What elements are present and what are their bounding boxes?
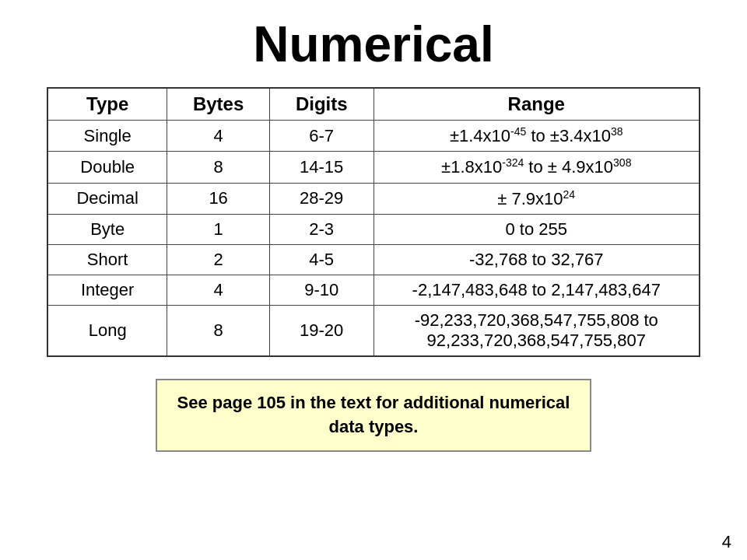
cell-type: Integer: [47, 275, 167, 305]
numerical-table: Type Bytes Digits Range Single46-7±1.4x1…: [47, 87, 700, 357]
cell-range: ±1.4x10-45 to ±3.4x1038: [374, 121, 700, 152]
cell-type: Long: [47, 305, 167, 356]
page-title: Numerical: [0, 0, 747, 87]
cell-bytes: 8: [167, 152, 270, 183]
cell-bytes: 8: [167, 305, 270, 356]
cell-digits: 2-3: [269, 214, 374, 244]
cell-bytes: 4: [167, 121, 270, 152]
cell-digits: 28-29: [269, 183, 374, 214]
cell-type: Double: [47, 152, 167, 183]
table-row: Single46-7±1.4x10-45 to ±3.4x1038: [47, 121, 700, 152]
page-number: 4: [722, 532, 731, 552]
table-row: Decimal1628-29± 7.9x1024: [47, 183, 700, 214]
cell-range: -32,768 to 32,767: [374, 244, 700, 275]
note-text: See page 105 in the text for additional …: [173, 391, 574, 439]
cell-bytes: 1: [167, 214, 270, 244]
table-row: Integer49-10-2,147,483,648 to 2,147,483,…: [47, 275, 700, 305]
note-box: See page 105 in the text for additional …: [156, 379, 591, 452]
cell-digits: 14-15: [269, 152, 374, 183]
table-row: Double814-15±1.8x10-324 to ± 4.9x10308: [47, 152, 700, 183]
table-row: Long819-20-92,233,720,368,547,755,808 to…: [47, 305, 700, 356]
cell-range: ± 7.9x1024: [374, 183, 700, 214]
cell-digits: 6-7: [269, 121, 374, 152]
cell-digits: 19-20: [269, 305, 374, 356]
cell-range: -2,147,483,648 to 2,147,483,647: [374, 275, 700, 305]
cell-range: ±1.8x10-324 to ± 4.9x10308: [374, 152, 700, 183]
col-header-bytes: Bytes: [167, 88, 270, 121]
data-table-wrapper: Type Bytes Digits Range Single46-7±1.4x1…: [47, 87, 700, 357]
cell-range: -92,233,720,368,547,755,808 to 92,233,72…: [374, 305, 700, 356]
table-header-row: Type Bytes Digits Range: [47, 88, 700, 121]
cell-bytes: 2: [167, 244, 270, 275]
cell-type: Single: [47, 121, 167, 152]
cell-digits: 4-5: [269, 244, 374, 275]
col-header-range: Range: [374, 88, 700, 121]
table-row: Short24-5-32,768 to 32,767: [47, 244, 700, 275]
table-row: Byte12-30 to 255: [47, 214, 700, 244]
col-header-digits: Digits: [269, 88, 374, 121]
cell-bytes: 16: [167, 183, 270, 214]
cell-type: Short: [47, 244, 167, 275]
col-header-type: Type: [47, 88, 167, 121]
cell-type: Decimal: [47, 183, 167, 214]
cell-digits: 9-10: [269, 275, 374, 305]
cell-range: 0 to 255: [374, 214, 700, 244]
cell-bytes: 4: [167, 275, 270, 305]
cell-type: Byte: [47, 214, 167, 244]
